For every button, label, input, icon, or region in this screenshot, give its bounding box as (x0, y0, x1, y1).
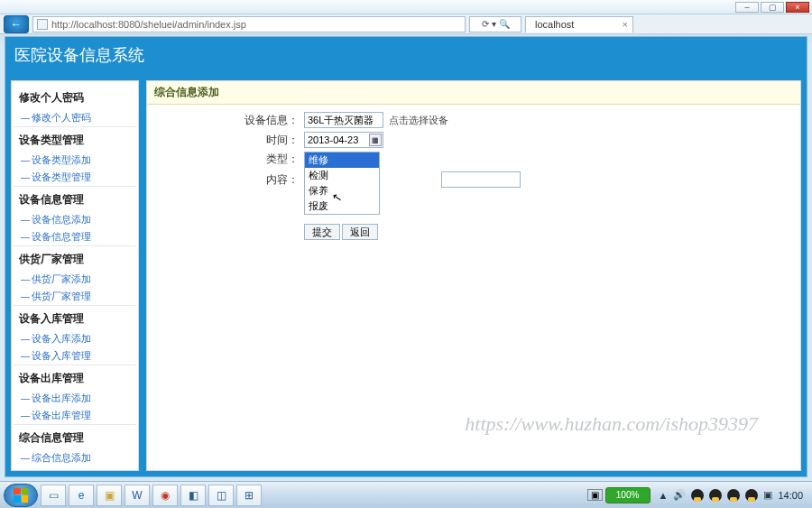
battery-indicator[interactable]: 100% (605, 487, 651, 503)
sidebar-item-stockout-manage[interactable]: 设备出库管理 (14, 407, 136, 424)
sidebar-item-stockin-add[interactable]: 设备入库添加 (14, 330, 136, 347)
taskbar: ▭ e ▣ W ◉ ◧ ◫ ⊞ ▣ 100% ▲ 🔊 ▣ 14:00 (0, 481, 812, 508)
select-type-option-2[interactable]: 保养 (305, 183, 379, 199)
taskbar-app-generic3[interactable]: ⊞ (236, 485, 262, 506)
sidebar-group-device-info: 设备信息管理 (14, 186, 136, 211)
taskbar-app-generic2[interactable]: ◫ (208, 485, 234, 506)
tray-qq-icon-1[interactable] (691, 489, 704, 502)
tab-title: localhost (535, 19, 574, 30)
sidebar-group-supplier: 供货厂家管理 (14, 245, 136, 271)
tray-flag-icon[interactable]: ▲ (659, 490, 669, 501)
refresh-icon: ⟳ (482, 19, 489, 29)
tray-qq-icon-3[interactable] (727, 489, 740, 502)
label-content: 内容： (151, 172, 304, 188)
select-type-option-1[interactable]: 检测 (305, 168, 379, 183)
sidebar-item-stockin-manage[interactable]: 设备入库管理 (14, 347, 136, 365)
tray-lang-icon[interactable]: ▣ (587, 489, 603, 501)
taskbar-app-ie[interactable]: e (69, 485, 94, 506)
label-device: 设备信息： (151, 113, 304, 128)
url-text: http://localhost:8080/sheluei/admin/inde… (51, 19, 246, 30)
taskbar-app-generic1[interactable]: ◧ (180, 485, 206, 506)
sidebar-group-password: 修改个人密码 (14, 85, 136, 109)
select-type-selected[interactable]: 维修 (305, 152, 379, 168)
browser-toolbar: ← http://localhost:8080/sheluei/admin/in… (0, 14, 812, 34)
sidebar-item-change-password[interactable]: 修改个人密码 (14, 109, 136, 126)
sidebar-item-supplier-add[interactable]: 供货厂家添加 (14, 271, 136, 288)
app-window: 医院设备信息系统 修改个人密码 修改个人密码 设备类型管理 设备类型添加 设备类… (5, 36, 807, 477)
taskbar-clock[interactable]: 14:00 (778, 490, 803, 501)
calendar-icon[interactable]: ▦ (369, 134, 382, 146)
back-button[interactable]: ← (4, 15, 29, 33)
windows-logo-icon (14, 488, 28, 503)
sidebar-group-device-type: 设备类型管理 (14, 126, 136, 152)
taskbar-app-explorer[interactable]: ▭ (41, 485, 66, 506)
search-icon: 🔍 (499, 19, 510, 29)
system-tray: ▲ 🔊 ▣ 14:00 (653, 489, 808, 502)
input-content[interactable] (441, 171, 521, 188)
app-title: 医院设备信息系统 (14, 44, 144, 66)
tray-qq-icon-2[interactable] (709, 489, 722, 502)
stop-dropdown-icon: ▾ (492, 19, 496, 29)
window-titlebar: – ▢ × (0, 0, 812, 14)
page-icon (37, 19, 48, 30)
hint-device[interactable]: 点击选择设备 (389, 114, 448, 127)
submit-button[interactable]: 提交 (304, 224, 340, 240)
window-minimize-button[interactable]: – (735, 2, 759, 13)
sidebar-item-supplier-manage[interactable]: 供货厂家管理 (14, 288, 136, 305)
panel-title: 综合信息添加 (147, 81, 800, 105)
tray-volume-icon[interactable]: 🔊 (673, 489, 686, 501)
sidebar-group-stockin: 设备入库管理 (14, 305, 136, 330)
taskbar-app-folder[interactable]: ▣ (97, 485, 122, 506)
sidebar: 修改个人密码 修改个人密码 设备类型管理 设备类型添加 设备类型管理 设备信息管… (11, 80, 139, 471)
select-type-option-3[interactable]: 报废 (305, 199, 379, 214)
form: 设备信息： 点击选择设备 时间： ▦ 类型： 维修 检测 (147, 105, 800, 251)
sidebar-item-device-type-manage[interactable]: 设备类型管理 (14, 169, 136, 186)
sidebar-item-composite-manage[interactable]: 综合信息管理 (14, 466, 136, 471)
start-button[interactable] (4, 484, 38, 507)
sidebar-item-device-info-manage[interactable]: 设备信息管理 (14, 228, 136, 245)
label-type: 类型： (151, 152, 304, 167)
sidebar-group-stockout: 设备出库管理 (14, 365, 136, 390)
taskbar-app-word[interactable]: W (125, 485, 150, 506)
sidebar-item-device-info-add[interactable]: 设备信息添加 (14, 211, 136, 228)
tray-qq-icon-4[interactable] (745, 489, 758, 502)
app-header: 医院设备信息系统 (5, 37, 807, 73)
window-maximize-button[interactable]: ▢ (761, 2, 784, 13)
tray-lang[interactable]: ▣ (763, 489, 772, 501)
taskbar-app-media[interactable]: ◉ (152, 485, 178, 506)
input-device[interactable] (304, 112, 383, 128)
address-bar[interactable]: http://localhost:8080/sheluei/admin/inde… (32, 16, 466, 32)
label-time: 时间： (151, 133, 304, 148)
sidebar-item-stockout-add[interactable]: 设备出库添加 (14, 390, 136, 407)
browser-tab[interactable]: localhost × (525, 16, 633, 32)
tab-close-icon[interactable]: × (623, 19, 628, 30)
select-type[interactable]: 维修 检测 保养 报废 (304, 152, 380, 215)
sidebar-group-composite: 综合信息管理 (14, 424, 136, 449)
sidebar-item-device-type-add[interactable]: 设备类型添加 (14, 152, 136, 169)
window-close-button[interactable]: × (786, 2, 809, 13)
refresh-stop-combo[interactable]: ⟳ ▾ 🔍 (469, 16, 521, 32)
main-panel: 综合信息添加 设备信息： 点击选择设备 时间： ▦ 类型： (146, 80, 801, 471)
back-button-form[interactable]: 返回 (342, 224, 378, 240)
sidebar-item-composite-add[interactable]: 综合信息添加 (14, 449, 136, 466)
